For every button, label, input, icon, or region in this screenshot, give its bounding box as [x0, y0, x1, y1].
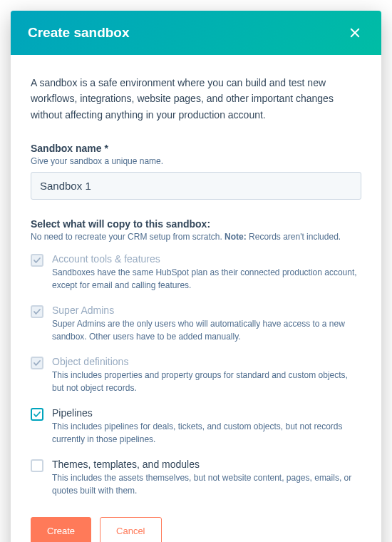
option-checkbox[interactable] [31, 408, 43, 421]
modal-header: Create sandbox [11, 11, 381, 55]
check-icon [33, 410, 41, 419]
option-row: Account tools & featuresSandboxes have t… [31, 253, 361, 292]
option-row: Super AdminsSuper Admins are the only us… [31, 305, 361, 343]
copy-section-label: Select what will copy to this sandbox: [31, 218, 361, 230]
option-checkbox[interactable] [31, 459, 43, 472]
option-desc: This includes pipelines for deals, ticke… [52, 420, 361, 446]
options-list: Account tools & featuresSandboxes have t… [31, 253, 361, 497]
sandbox-name-input[interactable] [31, 172, 361, 200]
modal-footer: Create Cancel [11, 510, 381, 542]
create-button[interactable]: Create [31, 517, 91, 542]
copy-section-help: No need to recreate your CRM setup from … [31, 232, 361, 242]
option-desc: Sandboxes have the same HubSpot plan as … [52, 266, 361, 292]
create-sandbox-modal: Create sandbox A sandbox is a safe envir… [11, 11, 381, 542]
option-title: Object definitions [52, 356, 361, 367]
option-desc: This includes properties and property gr… [52, 369, 361, 394]
modal-body: A sandbox is a safe environment where yo… [11, 55, 381, 497]
option-title: Pipelines [52, 407, 361, 419]
option-desc: Super Admins are the only users who will… [52, 317, 361, 343]
option-title: Account tools & features [52, 253, 361, 265]
option-checkbox [31, 305, 43, 318]
option-content: Themes, templates, and modulesThis inclu… [52, 459, 361, 497]
option-checkbox [31, 254, 43, 267]
copy-help-note: Note: [225, 232, 247, 242]
intro-text: A sandbox is a safe environment where yo… [31, 75, 361, 123]
option-checkbox [31, 357, 43, 369]
copy-help-suffix: Records aren't included. [247, 232, 341, 242]
close-button[interactable] [346, 24, 364, 42]
option-content: Super AdminsSuper Admins are the only us… [52, 305, 361, 343]
check-icon [33, 256, 41, 265]
option-title: Super Admins [52, 305, 361, 316]
close-icon [349, 26, 361, 39]
check-icon [33, 307, 41, 316]
option-row: PipelinesThis includes pipelines for dea… [31, 407, 361, 446]
option-row: Object definitionsThis includes properti… [31, 356, 361, 394]
option-title: Themes, templates, and modules [52, 459, 361, 470]
modal-title: Create sandbox [28, 25, 130, 41]
option-content: PipelinesThis includes pipelines for dea… [52, 407, 361, 446]
check-icon [33, 359, 41, 367]
option-desc: This includes the assets themselves, but… [52, 471, 361, 497]
cancel-button[interactable]: Cancel [100, 517, 161, 542]
option-content: Object definitionsThis includes properti… [52, 356, 361, 394]
option-content: Account tools & featuresSandboxes have t… [52, 253, 361, 292]
copy-help-prefix: No need to recreate your CRM setup from … [31, 232, 225, 242]
sandbox-name-help: Give your sandbox a unique name. [31, 156, 361, 166]
sandbox-name-label: Sandbox name * [31, 143, 361, 154]
option-row: Themes, templates, and modulesThis inclu… [31, 459, 361, 497]
